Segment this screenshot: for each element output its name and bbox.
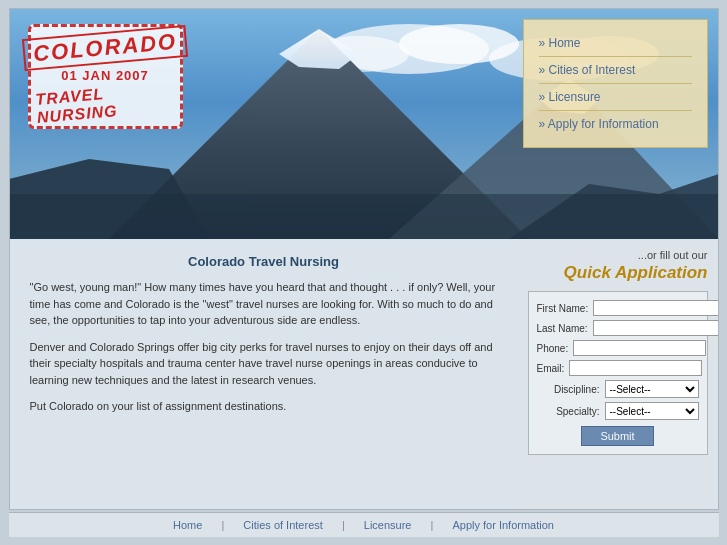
hero-area: COLORADO 01 JAN 2007 TRAVEL NURSING Home…	[10, 9, 718, 239]
footer-sep-1: |	[221, 519, 224, 531]
footer-nav: Home | Cities of Interest | Licensure | …	[9, 512, 719, 537]
submit-row: Submit	[537, 426, 699, 446]
footer-sep-2: |	[342, 519, 345, 531]
input-email[interactable]	[569, 360, 702, 376]
select-specialty[interactable]: --Select--	[605, 402, 699, 420]
input-phone[interactable]	[573, 340, 706, 356]
footer-licensure[interactable]: Licensure	[364, 519, 412, 531]
form-row-discipline: Discipline: --Select--	[537, 380, 699, 398]
footer-sep-3: |	[431, 519, 434, 531]
content-para-1: "Go west, young man!" How many times hav…	[30, 279, 498, 329]
page-wrapper: COLORADO 01 JAN 2007 TRAVEL NURSING Home…	[0, 0, 727, 545]
form-row-phone: Phone:	[537, 340, 699, 356]
content-para-3: Put Colorado on your list of assignment …	[30, 398, 498, 415]
label-specialty: Specialty:	[537, 406, 605, 417]
select-discipline[interactable]: --Select--	[605, 380, 699, 398]
content-area: Colorado Travel Nursing "Go west, young …	[10, 239, 718, 509]
footer-apply[interactable]: Apply for Information	[452, 519, 554, 531]
submit-button[interactable]: Submit	[581, 426, 653, 446]
form-row-specialty: Specialty: --Select--	[537, 402, 699, 420]
label-firstname: First Name:	[537, 303, 594, 314]
label-discipline: Discipline:	[537, 384, 605, 395]
form-row-firstname: First Name:	[537, 300, 699, 316]
stamp: COLORADO 01 JAN 2007 TRAVEL NURSING	[28, 24, 183, 129]
main-content: Colorado Travel Nursing "Go west, young …	[10, 239, 518, 509]
content-para-2: Denver and Colorado Springs offer big ci…	[30, 339, 498, 389]
input-firstname[interactable]	[593, 300, 718, 316]
form-row-lastname: Last Name:	[537, 320, 699, 336]
footer-cities[interactable]: Cities of Interest	[243, 519, 322, 531]
main-container: COLORADO 01 JAN 2007 TRAVEL NURSING Home…	[9, 8, 719, 510]
label-lastname: Last Name:	[537, 323, 593, 334]
label-phone: Phone:	[537, 343, 574, 354]
label-email: Email:	[537, 363, 570, 374]
right-panel: ...or fill out our Quick Application Fir…	[518, 239, 718, 509]
nav-cities[interactable]: Cities of Interest	[539, 57, 692, 84]
footer-home[interactable]: Home	[173, 519, 202, 531]
svg-rect-14	[10, 194, 718, 239]
quick-app-title: Quick Application	[528, 263, 708, 283]
input-lastname[interactable]	[593, 320, 719, 336]
content-title: Colorado Travel Nursing	[30, 254, 498, 269]
nav-sidebar: Home Cities of Interest Licensure Apply …	[523, 19, 708, 148]
stamp-line2: 01 JAN 2007	[61, 68, 149, 83]
nav-licensure[interactable]: Licensure	[539, 84, 692, 111]
quick-app-form: First Name: Last Name: Phone: Email:	[528, 291, 708, 455]
stamp-line3: TRAVEL NURSING	[34, 79, 176, 127]
nav-home[interactable]: Home	[539, 30, 692, 57]
form-row-email: Email:	[537, 360, 699, 376]
stamp-line1: COLORADO	[22, 25, 189, 71]
nav-apply[interactable]: Apply for Information	[539, 111, 692, 137]
quick-app-header: ...or fill out our	[528, 249, 708, 261]
